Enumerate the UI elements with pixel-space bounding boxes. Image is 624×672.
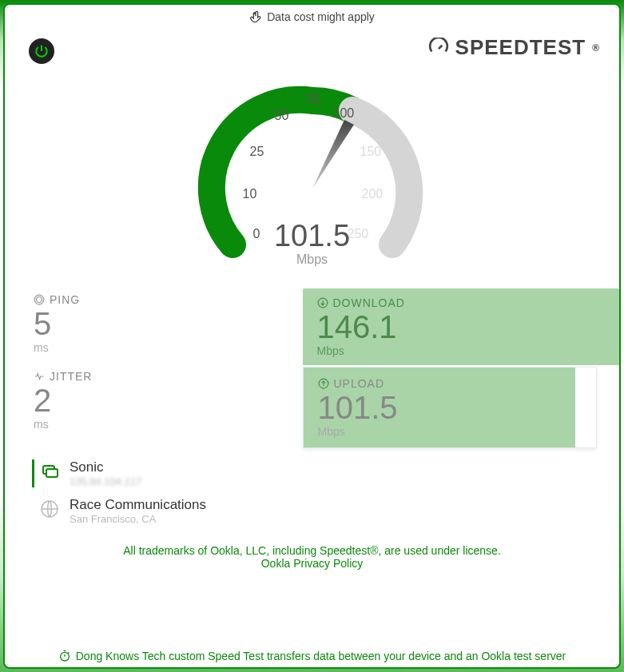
- ping-label: PING: [50, 293, 80, 306]
- connection-info: Sonic 135.84.104.117 Race Communications…: [24, 448, 600, 538]
- tick-150: 150: [360, 145, 382, 159]
- download-metric: DOWNLOAD 146.1 Mbps: [303, 288, 620, 365]
- tick-25: 25: [250, 145, 264, 159]
- stopwatch-icon: [58, 650, 71, 662]
- bottom-notice-text: Dong Knows Tech custom Speed Test transf…: [76, 650, 566, 662]
- legal-text: All trademarks of Ookla, LLC, including …: [24, 538, 600, 576]
- tick-75: 75: [306, 93, 320, 107]
- globe-icon: [40, 499, 59, 519]
- brand-logo: SPEEDTEST®: [428, 35, 600, 60]
- download-unit: Mbps: [317, 344, 606, 357]
- isp-ip: 135.84.104.117: [70, 475, 141, 487]
- jitter-value: 2: [34, 383, 303, 418]
- ping-metric: PING 5 ms: [24, 288, 312, 365]
- speedtest-brand-icon: [428, 38, 449, 58]
- upload-metric: UPLOAD 101.5 Mbps: [303, 367, 598, 448]
- download-label: DOWNLOAD: [333, 296, 405, 309]
- brand-text: SPEEDTEST: [455, 35, 586, 60]
- download-icon: [317, 297, 328, 308]
- server-row[interactable]: Race Communications San Francisco, CA: [32, 497, 592, 525]
- gauge-value: 101.5: [185, 219, 440, 253]
- server-name: Race Communications: [70, 497, 206, 513]
- top-notice-text: Data cost might apply: [267, 10, 375, 23]
- bottom-notice: Dong Knows Tech custom Speed Test transf…: [5, 645, 619, 667]
- gauge-unit: Mbps: [185, 252, 440, 267]
- tick-100: 100: [333, 106, 355, 121]
- upload-unit: Mbps: [318, 425, 562, 438]
- download-value: 146.1: [317, 309, 606, 344]
- ping-icon: [34, 294, 45, 305]
- top-notice: Data cost might apply: [5, 5, 619, 29]
- ping-unit: ms: [34, 341, 303, 354]
- jitter-label: JITTER: [50, 370, 92, 383]
- isp-row[interactable]: Sonic 135.84.104.117: [32, 459, 592, 487]
- ping-value: 5: [34, 306, 303, 341]
- hand-icon: [249, 10, 262, 23]
- svg-rect-6: [46, 469, 58, 477]
- isp-name: Sonic: [70, 459, 141, 475]
- jitter-unit: ms: [34, 418, 303, 431]
- server-location: San Francisco, CA: [70, 513, 206, 525]
- svg-point-1: [37, 297, 42, 303]
- svg-marker-0: [312, 120, 354, 189]
- power-icon: [34, 43, 50, 59]
- upload-value: 101.5: [318, 390, 562, 425]
- jitter-metric: JITTER 2 ms: [24, 365, 312, 448]
- monitor-icon: [40, 462, 59, 481]
- privacy-link[interactable]: Ookla Privacy Policy: [261, 557, 364, 570]
- tick-200: 200: [362, 187, 384, 201]
- tick-10: 10: [243, 187, 257, 201]
- upload-label: UPLOAD: [334, 377, 385, 390]
- speed-gauge: 0 10 25 50 75 100 150 200 250 101.5 Mbps: [24, 61, 600, 288]
- speedtest-widget: Data cost might apply SPEEDTEST®: [3, 3, 621, 669]
- tick-50: 50: [275, 109, 289, 123]
- jitter-icon: [34, 371, 45, 382]
- upload-icon: [318, 378, 329, 389]
